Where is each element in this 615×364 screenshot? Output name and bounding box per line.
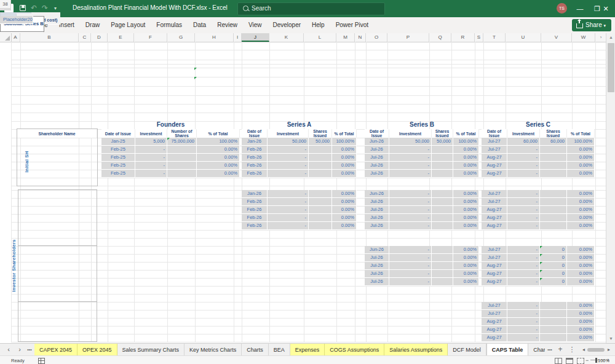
table-cell[interactable]: Feb-25 (101, 146, 135, 154)
table-cell[interactable]: Jul-26 (365, 254, 389, 262)
table-cell[interactable] (432, 146, 453, 154)
h-scroll-thumb[interactable] (587, 348, 605, 352)
zoom-slider-thumb[interactable] (595, 358, 597, 363)
table-cell[interactable] (540, 302, 567, 310)
table-cell[interactable]: - (507, 254, 540, 262)
table-cell[interactable]: Aug-27 (482, 170, 507, 178)
table-column-header[interactable]: Investment (389, 129, 432, 138)
table-title[interactable]: Series C (482, 121, 595, 129)
table-cell[interactable]: 0.00% (567, 246, 595, 254)
scroll-up-icon[interactable]: ▲ (606, 33, 615, 42)
table-column-header[interactable]: Shares Issued (432, 129, 453, 138)
table-cell[interactable]: Jul-26 (365, 206, 389, 214)
table-cell[interactable] (309, 206, 332, 214)
table-cell[interactable]: Jul-27 (482, 254, 507, 262)
table-cell[interactable]: - (507, 198, 540, 206)
table-cell[interactable]: 0.00% (453, 162, 479, 170)
sheet-tab-char[interactable]: Char (528, 344, 545, 356)
table-cell[interactable] (309, 214, 332, 222)
table-cell[interactable]: 0.00% (197, 162, 240, 170)
table-cell[interactable]: Jul-26 (365, 154, 389, 162)
table-cell[interactable] (167, 146, 197, 154)
table-cell[interactable]: 0.00% (197, 154, 240, 162)
table-column-header[interactable]: Investment (135, 129, 167, 138)
table-cell[interactable]: - (135, 146, 167, 154)
table-cell[interactable]: Jul-26 (365, 270, 389, 278)
ribbon-tab-view[interactable]: View (243, 17, 268, 33)
table-cell[interactable]: - (389, 162, 432, 170)
table-cell[interactable]: Feb-26 (242, 214, 268, 222)
redo-icon[interactable]: ↷ (42, 4, 48, 12)
table-cell[interactable]: - (507, 170, 540, 178)
table-cell[interactable]: 50,000 (268, 138, 309, 146)
table-cell[interactable]: Feb-26 (242, 198, 268, 206)
table-cell[interactable] (167, 162, 197, 170)
table-cell[interactable]: - (507, 146, 540, 154)
table-column-header[interactable]: Investment (507, 129, 540, 138)
table-cell[interactable] (167, 170, 197, 178)
table-cell[interactable]: - (507, 318, 540, 326)
sheet-tab-key-metrics-charts[interactable]: Key Metrics Charts (184, 344, 242, 356)
table-column-header[interactable]: Date of Issue (242, 129, 268, 138)
table-cell[interactable]: - (268, 146, 309, 154)
table-cell[interactable]: Feb-26 (242, 170, 268, 178)
table-cell[interactable]: Jul-26 (365, 162, 389, 170)
table-column-header[interactable]: Date of Issue (482, 129, 507, 138)
table-cell[interactable]: - (389, 262, 432, 270)
table-cell[interactable]: - (389, 254, 432, 262)
table-cell[interactable]: - (135, 154, 167, 162)
table-cell[interactable] (540, 154, 567, 162)
table-cell[interactable]: Aug-27 (482, 318, 507, 326)
table-cell[interactable]: Aug-27 (482, 154, 507, 162)
table-cell[interactable] (432, 278, 453, 286)
table-cell[interactable] (309, 190, 332, 198)
table-title[interactable]: Series A (242, 121, 357, 129)
table-cell[interactable]: Aug-27 (482, 262, 507, 270)
quick-access-dropdown-icon[interactable]: ▾ (54, 6, 57, 11)
table-column-header[interactable]: % of Total (453, 129, 479, 138)
table-cell[interactable]: Jun-26 (365, 246, 389, 254)
table-cell[interactable]: 0.00% (453, 198, 479, 206)
table-cell[interactable]: - (389, 206, 432, 214)
column-header-E[interactable]: E (108, 33, 134, 42)
table-cell[interactable]: 0.00% (567, 214, 595, 222)
table-cell[interactable] (309, 146, 332, 154)
table-column-header[interactable]: % of Total (567, 129, 595, 138)
table-cell[interactable] (309, 154, 332, 162)
column-header-S[interactable]: S (475, 33, 483, 42)
table-cell[interactable] (432, 206, 453, 214)
table-cell[interactable]: Jul-26 (365, 262, 389, 270)
table-cell[interactable] (432, 154, 453, 162)
table-cell[interactable]: - (389, 222, 432, 230)
table-cell[interactable]: 0.00% (332, 198, 357, 206)
table-cell[interactable]: 0.00% (453, 246, 479, 254)
column-header-I[interactable]: I (234, 33, 242, 42)
table-cell[interactable]: 0.00% (453, 270, 479, 278)
table-cell[interactable] (432, 262, 453, 270)
vertical-scrollbar[interactable]: ▲ ▼ (606, 33, 615, 343)
table-cell[interactable]: 60,000 (507, 138, 540, 146)
table-cell[interactable] (432, 170, 453, 178)
table-cell[interactable]: - (507, 270, 540, 278)
table-cell[interactable] (540, 162, 567, 170)
sheet-tab-caps-table[interactable]: CAPS Table (486, 344, 528, 356)
undo-icon[interactable]: ↶ (31, 4, 37, 12)
table-cell[interactable]: Jan-26 (242, 190, 268, 198)
table-cell[interactable] (432, 254, 453, 262)
table-cell[interactable]: Feb-26 (242, 146, 268, 154)
table-cell[interactable]: Aug-27 (482, 334, 507, 342)
ribbon-tab-help[interactable]: Help (306, 17, 330, 33)
table-cell[interactable]: - (507, 310, 540, 318)
table-cell[interactable]: 0.00% (453, 190, 479, 198)
table-cell[interactable]: Aug-27 (482, 214, 507, 222)
table-cell[interactable]: 0.00% (567, 254, 595, 262)
table-cell[interactable]: - (135, 170, 167, 178)
table-cell[interactable] (540, 310, 567, 318)
table-cell[interactable]: Feb-25 (101, 154, 135, 162)
column-header-P[interactable]: P (387, 33, 429, 42)
table-cell[interactable]: 100.00% (197, 138, 240, 146)
table-cell[interactable]: 0.00% (567, 334, 595, 342)
h-scroll-left-icon[interactable]: ◂ (581, 344, 587, 356)
column-header-W[interactable]: W (572, 33, 595, 42)
save-icon[interactable] (20, 5, 26, 11)
